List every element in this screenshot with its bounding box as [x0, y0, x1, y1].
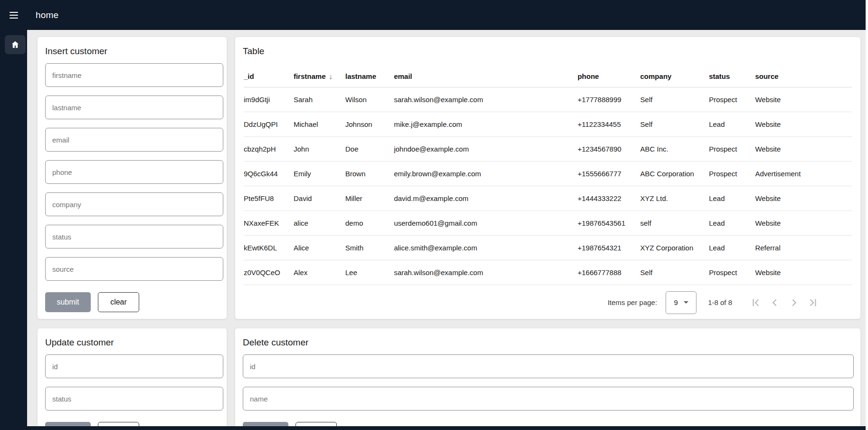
cell-firstname: Alice: [294, 235, 345, 260]
first-page-icon: [750, 296, 762, 309]
column-header-phone[interactable]: phone: [578, 56, 640, 87]
cell-source: Website: [755, 112, 852, 136]
cell-firstname: Alex: [294, 260, 345, 285]
insert-submit-button[interactable]: submit: [45, 292, 91, 312]
insert-clear-button[interactable]: clear: [98, 292, 139, 312]
cell-email: sarah.wilson@example.com: [394, 87, 578, 112]
update-buttons-row: submit clear: [45, 422, 219, 426]
cell-lastname: Doe: [345, 136, 394, 161]
delete-id-input[interactable]: [243, 354, 854, 378]
cell-firstname: David: [294, 186, 345, 210]
table-row[interactable]: DdzUgQPI Michael Johnson mike.j@example.…: [244, 112, 852, 136]
insert-lastname-input[interactable]: [45, 96, 223, 119]
cell-status: Lead: [709, 186, 755, 210]
cell-phone: +1666777888: [578, 260, 640, 285]
cell-status: Lead: [709, 235, 755, 260]
table-row[interactable]: 9Q6cGk44 Emily Brown emily.brown@example…: [244, 161, 852, 186]
cell-source: Website: [755, 136, 852, 161]
scrollbar[interactable]: [866, 0, 868, 430]
cell-company: self: [640, 210, 709, 235]
update-status-input[interactable]: [45, 387, 223, 411]
cell-company: XYZ Corporation: [640, 235, 709, 260]
table-row[interactable]: kEwtK6DL Alice Smith alice.smith@example…: [244, 235, 852, 260]
last-page-button[interactable]: [803, 293, 822, 312]
topbar: home: [0, 0, 868, 30]
sort-desc-icon: ↓: [329, 72, 333, 80]
table-row[interactable]: im9dGtji Sarah Wilson sarah.wilson@examp…: [244, 87, 852, 112]
sidebar: [0, 30, 27, 430]
last-page-icon: [807, 296, 819, 309]
insert-firstname-input[interactable]: [45, 63, 223, 87]
column-header-email[interactable]: email: [394, 56, 578, 87]
cell-phone: +19876543561: [578, 210, 640, 235]
insert-email-input[interactable]: [45, 128, 223, 152]
cell-source: Advertisement: [755, 161, 852, 186]
insert-customer-card: Insert customer submit clear: [37, 37, 227, 319]
cell-phone: +1122334455: [578, 112, 640, 136]
cell-firstname: Sarah: [294, 87, 345, 112]
cell-lastname: Wilson: [345, 87, 394, 112]
delete-clear-button[interactable]: clear: [296, 422, 337, 426]
chevron-left-icon: [769, 296, 781, 309]
sidebar-home-button[interactable]: [5, 35, 26, 54]
table-row[interactable]: NXaxeFEK alice demo userdemo601@gmail.co…: [244, 210, 852, 235]
cell-status: Lead: [709, 112, 755, 136]
cell-email: alice.smith@example.com: [394, 235, 578, 260]
cell-firstname: Michael: [294, 112, 345, 136]
table-header-row: _id firstname↓ lastname email phone comp…: [244, 56, 852, 87]
table-row[interactable]: cbzqh2pH John Doe johndoe@example.com +1…: [244, 136, 852, 161]
main-content: Insert customer submit clear Table _id: [27, 30, 866, 426]
table-card: Table _id firstname↓ lastname email phon: [235, 37, 861, 319]
cell-company: ABC Corporation: [640, 161, 709, 186]
cell-phone: +1555666777: [578, 161, 640, 186]
previous-page-button[interactable]: [765, 293, 784, 312]
cell-phone: +1987654321: [578, 235, 640, 260]
insert-company-input[interactable]: [45, 192, 223, 216]
cell-company: ABC Inc.: [640, 136, 709, 161]
cell-status: Prospect: [709, 136, 755, 161]
bottom-edge-strip: [0, 426, 868, 430]
cell-firstname: John: [294, 136, 345, 161]
customers-table: _id firstname↓ lastname email phone comp…: [244, 56, 852, 285]
column-header-company[interactable]: company: [640, 56, 709, 87]
table-row[interactable]: Pte5fFU8 David Miller david.m@example.co…: [244, 186, 852, 210]
update-id-input[interactable]: [45, 354, 223, 378]
column-header-status[interactable]: status: [709, 56, 755, 87]
insert-phone-input[interactable]: [45, 160, 223, 184]
page-size-value: 9: [674, 298, 677, 306]
column-header-id[interactable]: _id: [244, 56, 294, 87]
cell-id: Pte5fFU8: [244, 186, 294, 210]
table-body: im9dGtji Sarah Wilson sarah.wilson@examp…: [244, 87, 852, 285]
first-page-button[interactable]: [746, 293, 765, 312]
cell-company: Self: [640, 260, 709, 285]
page-size-select[interactable]: 9: [666, 291, 696, 314]
delete-customer-card: Delete customer submit clear: [235, 328, 861, 426]
cell-email: emily.brown@example.com: [394, 161, 578, 186]
page-title: home: [36, 10, 58, 20]
update-submit-button[interactable]: submit: [45, 422, 91, 426]
table-wrapper: _id firstname↓ lastname email phone comp…: [244, 56, 852, 285]
cell-id: DdzUgQPI: [244, 112, 294, 136]
column-header-lastname[interactable]: lastname: [345, 56, 394, 87]
menu-icon[interactable]: [10, 9, 23, 22]
chevron-right-icon: [788, 296, 800, 309]
update-customer-title: Update customer: [38, 328, 227, 347]
column-header-source[interactable]: source: [755, 56, 852, 87]
delete-customer-title: Delete customer: [235, 328, 860, 347]
insert-source-input[interactable]: [45, 257, 223, 281]
cell-source: Website: [755, 260, 852, 285]
delete-submit-button[interactable]: submit: [243, 422, 288, 426]
cell-phone: +1234567890: [578, 136, 640, 161]
cell-email: mike.j@example.com: [394, 112, 578, 136]
cell-id: z0V0QCeO: [244, 260, 294, 285]
insert-status-input[interactable]: [45, 225, 223, 248]
cell-firstname: Emily: [294, 161, 345, 186]
cell-phone: +1444333222: [578, 186, 640, 210]
paginator: Items per page: 9 1-8 of 8: [235, 285, 860, 320]
column-header-firstname[interactable]: firstname↓: [294, 56, 345, 87]
table-row[interactable]: z0V0QCeO Alex Lee sarah.wilson@example.c…: [244, 260, 852, 285]
cell-id: im9dGtji: [244, 87, 294, 112]
update-clear-button[interactable]: clear: [98, 422, 139, 426]
next-page-button[interactable]: [784, 293, 803, 312]
delete-name-input[interactable]: [243, 387, 854, 411]
